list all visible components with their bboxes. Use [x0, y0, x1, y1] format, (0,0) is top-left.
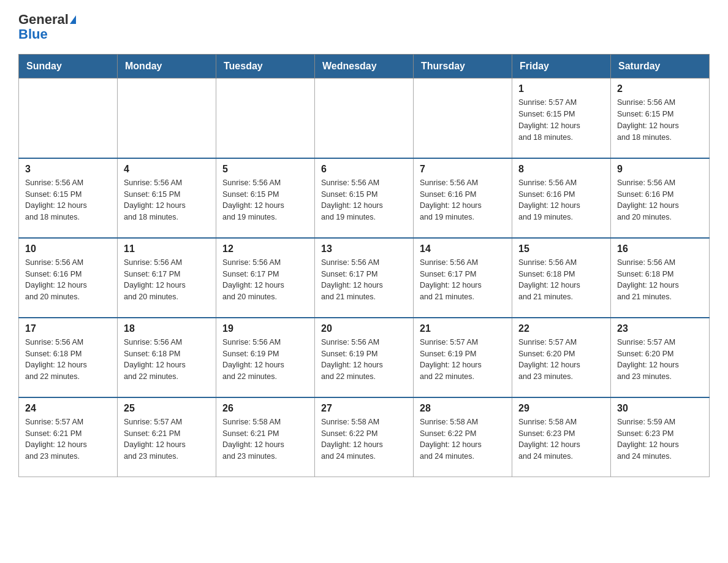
- col-header-saturday: Saturday: [611, 55, 710, 79]
- col-header-monday: Monday: [118, 55, 216, 79]
- day-info: Sunrise: 5:56 AMSunset: 6:16 PMDaylight:…: [420, 177, 506, 223]
- day-info: Sunrise: 5:57 AMSunset: 6:19 PMDaylight:…: [420, 337, 506, 383]
- day-number: 12: [222, 243, 308, 255]
- calendar-cell: [414, 79, 512, 158]
- calendar-cell: 14Sunrise: 5:56 AMSunset: 6:17 PMDayligh…: [414, 238, 512, 318]
- day-info: Sunrise: 5:56 AMSunset: 6:17 PMDaylight:…: [321, 257, 407, 303]
- calendar-cell: [19, 79, 118, 158]
- day-info: Sunrise: 5:56 AMSunset: 6:17 PMDaylight:…: [124, 257, 210, 303]
- day-number: 18: [124, 323, 210, 334]
- day-info: Sunrise: 5:56 AMSunset: 6:15 PMDaylight:…: [222, 177, 308, 223]
- logo-general-text: General: [18, 12, 69, 27]
- day-number: 15: [518, 243, 604, 255]
- day-number: 25: [124, 403, 210, 414]
- calendar-cell: 5Sunrise: 5:56 AMSunset: 6:15 PMDaylight…: [216, 158, 315, 238]
- logo-blue-text: Blue: [18, 26, 48, 42]
- calendar-cell: 8Sunrise: 5:56 AMSunset: 6:16 PMDaylight…: [512, 158, 611, 238]
- calendar-cell: 2Sunrise: 5:56 AMSunset: 6:15 PMDaylight…: [611, 79, 710, 158]
- calendar-cell: 26Sunrise: 5:58 AMSunset: 6:21 PMDayligh…: [216, 397, 315, 477]
- day-info: Sunrise: 5:56 AMSunset: 6:19 PMDaylight:…: [222, 337, 308, 383]
- week-row-3: 10Sunrise: 5:56 AMSunset: 6:16 PMDayligh…: [19, 238, 710, 318]
- calendar-cell: [216, 79, 315, 158]
- calendar-cell: 25Sunrise: 5:57 AMSunset: 6:21 PMDayligh…: [118, 397, 216, 477]
- col-header-tuesday: Tuesday: [216, 55, 315, 79]
- col-header-friday: Friday: [512, 55, 611, 79]
- calendar-cell: 1Sunrise: 5:57 AMSunset: 6:15 PMDaylight…: [512, 79, 611, 158]
- calendar-cell: 22Sunrise: 5:57 AMSunset: 6:20 PMDayligh…: [512, 318, 611, 397]
- day-info: Sunrise: 5:56 AMSunset: 6:16 PMDaylight:…: [25, 257, 111, 303]
- logo: General Blue: [18, 12, 76, 42]
- calendar-cell: 20Sunrise: 5:56 AMSunset: 6:19 PMDayligh…: [315, 318, 414, 397]
- day-info: Sunrise: 5:56 AMSunset: 6:18 PMDaylight:…: [518, 257, 604, 303]
- day-info: Sunrise: 5:58 AMSunset: 6:22 PMDaylight:…: [321, 416, 407, 462]
- day-info: Sunrise: 5:58 AMSunset: 6:22 PMDaylight:…: [420, 416, 506, 462]
- day-number: 30: [617, 403, 703, 414]
- calendar-cell: [315, 79, 414, 158]
- calendar-cell: 12Sunrise: 5:56 AMSunset: 6:17 PMDayligh…: [216, 238, 315, 318]
- col-header-wednesday: Wednesday: [315, 55, 414, 79]
- day-number: 5: [222, 164, 308, 175]
- day-number: 21: [420, 323, 506, 334]
- week-row-1: 1Sunrise: 5:57 AMSunset: 6:15 PMDaylight…: [19, 79, 710, 158]
- day-info: Sunrise: 5:56 AMSunset: 6:18 PMDaylight:…: [25, 337, 111, 383]
- calendar-cell: 21Sunrise: 5:57 AMSunset: 6:19 PMDayligh…: [414, 318, 512, 397]
- day-info: Sunrise: 5:56 AMSunset: 6:15 PMDaylight:…: [124, 177, 210, 223]
- day-number: 26: [222, 403, 308, 414]
- day-number: 3: [25, 164, 111, 175]
- day-number: 28: [420, 403, 506, 414]
- calendar-cell: 4Sunrise: 5:56 AMSunset: 6:15 PMDaylight…: [118, 158, 216, 238]
- week-row-4: 17Sunrise: 5:56 AMSunset: 6:18 PMDayligh…: [19, 318, 710, 397]
- calendar-cell: 23Sunrise: 5:57 AMSunset: 6:20 PMDayligh…: [611, 318, 710, 397]
- page-header: General Blue: [18, 12, 710, 42]
- day-info: Sunrise: 5:56 AMSunset: 6:17 PMDaylight:…: [420, 257, 506, 303]
- day-number: 23: [617, 323, 703, 334]
- day-info: Sunrise: 5:57 AMSunset: 6:20 PMDaylight:…: [617, 337, 703, 383]
- day-info: Sunrise: 5:58 AMSunset: 6:21 PMDaylight:…: [222, 416, 308, 462]
- day-info: Sunrise: 5:56 AMSunset: 6:15 PMDaylight:…: [25, 177, 111, 223]
- calendar-cell: 9Sunrise: 5:56 AMSunset: 6:16 PMDaylight…: [611, 158, 710, 238]
- day-info: Sunrise: 5:56 AMSunset: 6:15 PMDaylight:…: [321, 177, 407, 223]
- day-number: 16: [617, 243, 703, 255]
- calendar-table: SundayMondayTuesdayWednesdayThursdayFrid…: [18, 54, 710, 477]
- calendar-cell: 19Sunrise: 5:56 AMSunset: 6:19 PMDayligh…: [216, 318, 315, 397]
- week-row-5: 24Sunrise: 5:57 AMSunset: 6:21 PMDayligh…: [19, 397, 710, 477]
- day-number: 29: [518, 403, 604, 414]
- calendar-cell: 10Sunrise: 5:56 AMSunset: 6:16 PMDayligh…: [19, 238, 118, 318]
- day-number: 1: [518, 83, 604, 94]
- day-info: Sunrise: 5:56 AMSunset: 6:16 PMDaylight:…: [617, 177, 703, 223]
- calendar-cell: 3Sunrise: 5:56 AMSunset: 6:15 PMDaylight…: [19, 158, 118, 238]
- day-info: Sunrise: 5:56 AMSunset: 6:18 PMDaylight:…: [124, 337, 210, 383]
- day-number: 27: [321, 403, 407, 414]
- day-info: Sunrise: 5:58 AMSunset: 6:23 PMDaylight:…: [518, 416, 604, 462]
- calendar-cell: 13Sunrise: 5:56 AMSunset: 6:17 PMDayligh…: [315, 238, 414, 318]
- col-header-sunday: Sunday: [19, 55, 118, 79]
- calendar-cell: 7Sunrise: 5:56 AMSunset: 6:16 PMDaylight…: [414, 158, 512, 238]
- calendar-cell: 27Sunrise: 5:58 AMSunset: 6:22 PMDayligh…: [315, 397, 414, 477]
- calendar-cell: 6Sunrise: 5:56 AMSunset: 6:15 PMDaylight…: [315, 158, 414, 238]
- day-number: 8: [518, 164, 604, 175]
- calendar-cell: 18Sunrise: 5:56 AMSunset: 6:18 PMDayligh…: [118, 318, 216, 397]
- day-info: Sunrise: 5:56 AMSunset: 6:19 PMDaylight:…: [321, 337, 407, 383]
- day-info: Sunrise: 5:56 AMSunset: 6:15 PMDaylight:…: [617, 97, 703, 143]
- day-number: 9: [617, 164, 703, 175]
- calendar-cell: 24Sunrise: 5:57 AMSunset: 6:21 PMDayligh…: [19, 397, 118, 477]
- calendar-cell: 11Sunrise: 5:56 AMSunset: 6:17 PMDayligh…: [118, 238, 216, 318]
- calendar-cell: [118, 79, 216, 158]
- calendar-cell: 15Sunrise: 5:56 AMSunset: 6:18 PMDayligh…: [512, 238, 611, 318]
- day-number: 11: [124, 243, 210, 255]
- day-info: Sunrise: 5:56 AMSunset: 6:17 PMDaylight:…: [222, 257, 308, 303]
- calendar-cell: 17Sunrise: 5:56 AMSunset: 6:18 PMDayligh…: [19, 318, 118, 397]
- day-number: 10: [25, 243, 111, 255]
- day-number: 14: [420, 243, 506, 255]
- day-number: 7: [420, 164, 506, 175]
- day-header-row: SundayMondayTuesdayWednesdayThursdayFrid…: [19, 55, 710, 79]
- day-number: 20: [321, 323, 407, 334]
- col-header-thursday: Thursday: [414, 55, 512, 79]
- day-info: Sunrise: 5:57 AMSunset: 6:21 PMDaylight:…: [124, 416, 210, 462]
- day-number: 6: [321, 164, 407, 175]
- day-info: Sunrise: 5:57 AMSunset: 6:15 PMDaylight:…: [518, 97, 604, 143]
- logo-triangle-icon: [70, 15, 76, 24]
- day-number: 19: [222, 323, 308, 334]
- day-number: 13: [321, 243, 407, 255]
- day-info: Sunrise: 5:57 AMSunset: 6:20 PMDaylight:…: [518, 337, 604, 383]
